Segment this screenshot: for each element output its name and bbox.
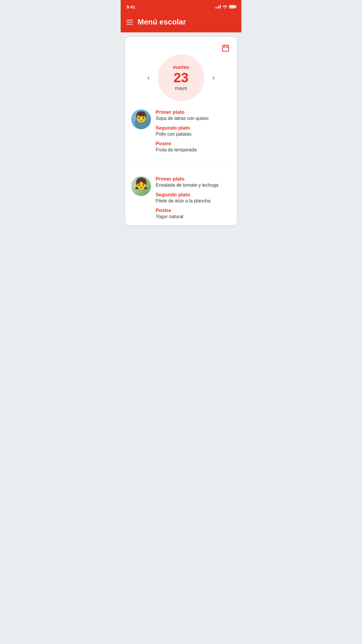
menu-details-child1: Primer plato Sopa de latras con queso Se… <box>156 109 231 153</box>
primer-plato-desc-child1: Sopa de latras con queso <box>156 116 231 121</box>
svg-rect-0 <box>223 46 229 51</box>
wifi-icon <box>222 5 227 9</box>
calendar-header <box>131 43 231 55</box>
prev-day-button[interactable]: ‹ <box>145 72 152 84</box>
course-segundo-plato-child1: Segundo plato Pollo con patatas <box>156 125 231 137</box>
battery-icon <box>229 5 236 8</box>
course-primer-plato-child2: Primer plato Ensalada de tomate y lechug… <box>156 176 231 188</box>
segundo-plato-label-child1: Segundo plato <box>156 125 231 131</box>
course-postre-child1: Postre Fruta de temporada <box>156 141 231 153</box>
entry-divider <box>131 164 231 164</box>
menu-entry-child1: Primer plato Sopa de latras con queso Se… <box>131 109 231 153</box>
date-navigation: ‹ martes 23 mayo › <box>131 55 231 101</box>
primer-plato-label-child1: Primer plato <box>156 109 231 115</box>
menu-entries-list: Primer plato Sopa de latras con queso Se… <box>131 109 231 219</box>
postre-desc-child1: Fruta de temporada <box>156 147 231 153</box>
course-primer-plato-child1: Primer plato Sopa de latras con queso <box>156 109 231 121</box>
segundo-plato-desc-child1: Pollo con patatas <box>156 132 231 137</box>
segundo-plato-desc-child2: Filete de atún a la plancha <box>156 198 231 204</box>
status-time: 9:41 <box>126 4 135 9</box>
avatar-child2 <box>131 176 151 196</box>
menu-entry-child2: Primer plato Ensalada de tomate y lechug… <box>131 176 231 219</box>
postre-desc-child2: Yogur natural <box>156 214 231 219</box>
calendar-button[interactable] <box>220 43 231 55</box>
day-number: 23 <box>173 71 188 84</box>
menu-card: ‹ martes 23 mayo › Primer plato Sopa de … <box>125 37 237 225</box>
date-circle: martes 23 mayo <box>158 55 204 101</box>
segundo-plato-label-child2: Segundo plato <box>156 192 231 198</box>
postre-label-child1: Postre <box>156 141 231 147</box>
primer-plato-label-child2: Primer plato <box>156 176 231 182</box>
course-postre-child2: Postre Yogur natural <box>156 208 231 219</box>
primer-plato-desc-child2: Ensalada de tomate y lechuga <box>156 183 231 188</box>
next-day-button[interactable]: › <box>210 72 217 84</box>
app-header: Menú escolar <box>121 13 241 32</box>
course-segundo-plato-child2: Segundo plato Filete de atún a la planch… <box>156 192 231 204</box>
month-name: mayo <box>175 85 187 91</box>
signal-icon <box>215 5 221 8</box>
avatar-child1 <box>131 109 151 129</box>
status-icons <box>215 5 236 9</box>
day-name: martes <box>173 64 189 70</box>
main-content: ‹ martes 23 mayo › Primer plato Sopa de … <box>121 32 241 230</box>
postre-label-child2: Postre <box>156 208 231 214</box>
status-bar: 9:41 <box>121 0 241 13</box>
menu-details-child2: Primer plato Ensalada de tomate y lechug… <box>156 176 231 219</box>
hamburger-menu-icon[interactable] <box>126 20 133 24</box>
page-title: Menú escolar <box>138 18 186 27</box>
